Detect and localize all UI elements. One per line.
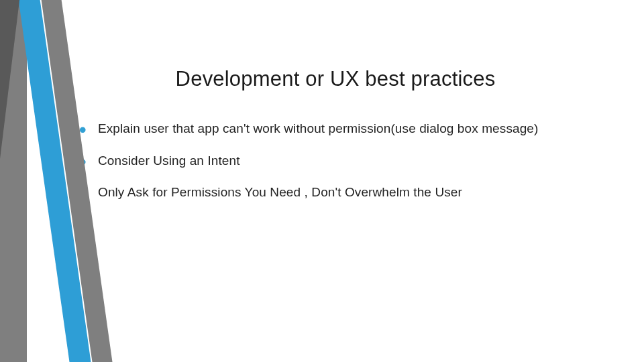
bullet-list: Explain user that app can't work without… [79, 119, 624, 202]
slide-title: Development or UX best practices [74, 67, 624, 91]
bullet-item: Consider Using an Intent [79, 152, 624, 170]
slide-content: Development or UX best practices Explain… [74, 0, 624, 362]
bullet-item: Explain user that app can't work without… [79, 119, 624, 138]
bullet-item: Only Ask for Permissions You Need , Don'… [79, 183, 624, 202]
